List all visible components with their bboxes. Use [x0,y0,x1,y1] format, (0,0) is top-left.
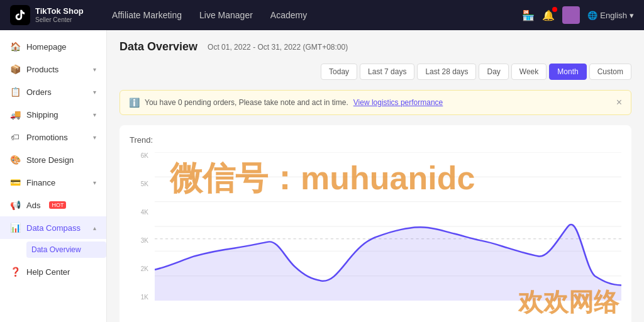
y-label-1k: 1K [130,294,152,301]
y-label-4k: 4K [130,209,152,216]
y-label-5k: 5K [130,180,152,187]
chevron-icon: ▾ [93,179,96,186]
chart-svg [155,152,621,301]
sidebar-sub-data-compass: Data Overview [0,239,106,260]
filter-custom[interactable]: Custom [589,64,631,80]
sidebar-label-orders: Orders [26,87,52,97]
sidebar-label-products: Products [26,65,58,74]
nav-academy[interactable]: Academy [270,10,307,20]
nav-links: Affiliate Marketing Live Manager Academy [112,10,502,20]
chevron-icon: ▴ [93,225,96,231]
tiktok-logo [10,5,30,25]
sidebar-item-homepage[interactable]: 🏠 Homepage [0,35,106,58]
filter-last28[interactable]: Last 28 days [417,64,476,80]
home-icon: 🏠 [10,42,20,52]
y-label-2k: 2K [130,265,152,272]
chart-y-labels: 1K 2K 3K 4K 5K 6K [130,152,152,301]
sidebar-label-homepage: Homepage [26,42,67,52]
store-icon[interactable]: 🏪 [522,9,535,21]
data-compass-icon: 📊 [10,223,20,233]
topnav: TikTok Shop Seller Center Affiliate Mark… [0,0,644,30]
filter-today[interactable]: Today [321,64,357,80]
alert-link[interactable]: View logistics performance [353,98,443,107]
nav-right: 🏪 🔔 🌐 English ▾ [522,6,634,24]
chart-section: Trend: 微信号：muhuanidc 欢欢网络 1K 2K 3K 4K 5K… [119,125,631,322]
page-title: Data Overview [119,40,197,53]
chart-title: Trend: [130,135,621,145]
shipping-icon: 🚚 [10,109,20,119]
filter-last7[interactable]: Last 7 days [360,64,414,80]
nav-affiliate-marketing[interactable]: Affiliate Marketing [112,10,182,20]
logo: TikTok Shop Seller Center [10,5,92,25]
promotions-icon: 🏷 [10,132,20,142]
sidebar-item-ads[interactable]: 📢 Ads HOT [0,194,106,216]
alert-text: You have 0 pending orders, Please take n… [145,98,348,107]
sidebar-label-data-compass: Data Compass [26,223,80,233]
orders-icon: 📋 [10,87,20,97]
products-icon: 📦 [10,64,20,74]
filter-month[interactable]: Month [549,64,586,80]
filter-day[interactable]: Day [479,64,508,80]
y-label-3k: 3K [130,237,152,244]
bell-icon[interactable]: 🔔 [542,9,555,21]
sidebar-item-store-design[interactable]: 🎨 Store Design [0,148,106,171]
alert-icon: ℹ️ [129,97,140,108]
sidebar-subitem-data-overview[interactable]: Data Overview [26,242,106,258]
help-icon: ❓ [10,267,20,277]
alert-bar: ℹ️ You have 0 pending orders, Please tak… [119,90,631,115]
notification-badge [552,7,557,12]
chart-plot [155,152,621,301]
chevron-icon: ▾ [93,134,96,141]
chevron-icon: ▾ [93,66,96,73]
hot-badge: HOT [49,201,66,209]
sidebar-label-finance: Finance [26,178,55,187]
sidebar-item-data-compass[interactable]: 📊 Data Compass ▴ [0,216,106,239]
avatar[interactable] [562,6,580,24]
sidebar-item-finance[interactable]: 💳 Finance ▾ [0,171,106,194]
store-design-icon: 🎨 [10,155,20,165]
sidebar: 🏠 Homepage 📦 Products ▾ 📋 Orders ▾ 🚚 Shi… [0,30,107,322]
trend-chart: 1K 2K 3K 4K 5K 6K [130,152,621,316]
alert-close-button[interactable]: × [616,97,622,108]
sidebar-item-help-center[interactable]: ❓ Help Center [0,260,106,283]
logo-text: TikTok Shop Seller Center [35,6,84,24]
page-header: Data Overview Oct 01, 2022 - Oct 31, 202… [119,40,631,80]
filter-week[interactable]: Week [511,64,547,80]
sidebar-label-promotions: Promotions [26,133,68,142]
sidebar-item-shipping[interactable]: 🚚 Shipping ▾ [0,103,106,126]
chevron-icon: ▾ [93,111,96,118]
chevron-icon: ▾ [93,89,96,96]
date-range: Oct 01, 2022 - Oct 31, 2022 (GMT+08:00) [208,43,348,52]
sidebar-item-products[interactable]: 📦 Products ▾ [0,58,106,80]
filter-buttons: Today Last 7 days Last 28 days Day Week … [321,64,631,80]
nav-live-manager[interactable]: Live Manager [199,10,253,20]
finance-icon: 💳 [10,177,20,187]
main-content: Data Overview Oct 01, 2022 - Oct 31, 202… [107,30,644,322]
sidebar-label-help-center: Help Center [26,267,70,277]
sidebar-item-promotions[interactable]: 🏷 Promotions ▾ [0,126,106,148]
y-label-6k: 6K [130,152,152,159]
language-selector[interactable]: 🌐 English ▾ [587,11,634,20]
ads-icon: 📢 [10,200,20,210]
sidebar-item-orders[interactable]: 📋 Orders ▾ [0,80,106,103]
sidebar-label-store-design: Store Design [26,155,74,165]
sidebar-label-ads: Ads [26,201,40,210]
sidebar-label-shipping: Shipping [26,110,58,119]
